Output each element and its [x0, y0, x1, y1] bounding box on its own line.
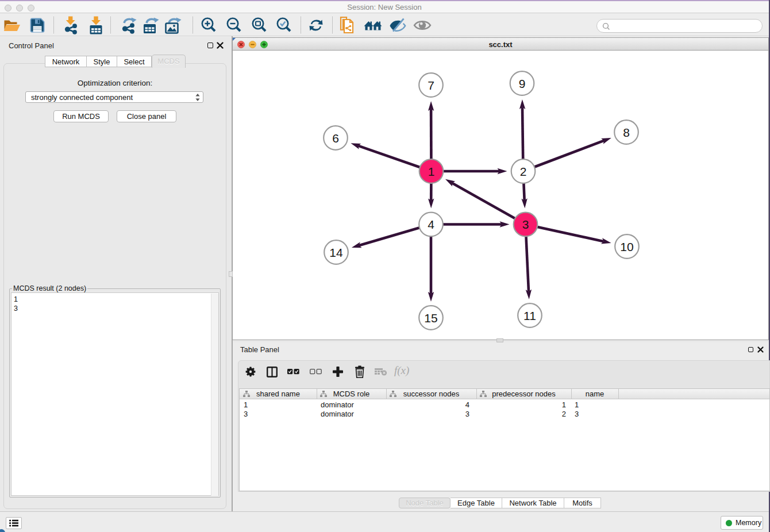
svg-text:4: 4 [428, 218, 434, 231]
svg-text:7: 7 [428, 79, 434, 92]
svg-text:11: 11 [523, 309, 536, 322]
svg-text:9: 9 [519, 77, 526, 90]
svg-text:15: 15 [424, 311, 437, 325]
svg-text:3: 3 [522, 218, 529, 231]
svg-text:2: 2 [520, 165, 527, 178]
svg-text:10: 10 [620, 240, 633, 253]
svg-text:14: 14 [329, 246, 343, 259]
svg-text:1: 1 [428, 165, 435, 178]
svg-text:8: 8 [623, 126, 630, 139]
svg-text:6: 6 [332, 132, 339, 145]
